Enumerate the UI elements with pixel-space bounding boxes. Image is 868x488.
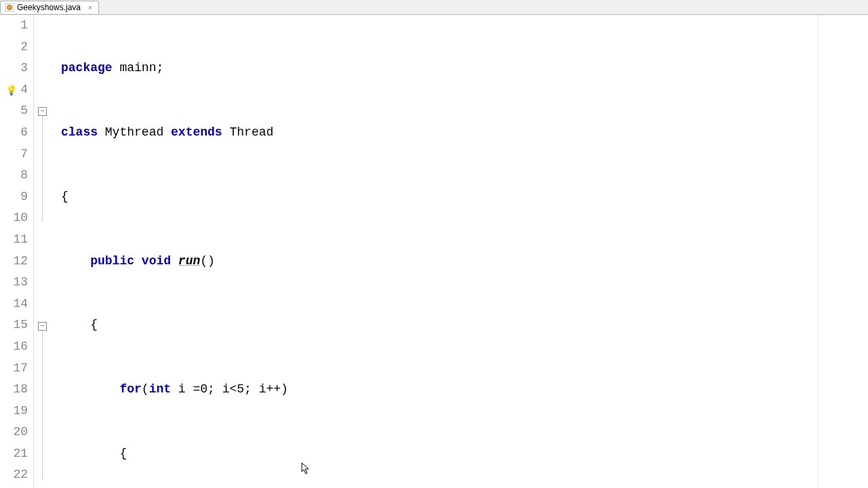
fold-toggle[interactable]: − [38, 322, 47, 331]
line-number: 5 [0, 100, 28, 122]
line-number: 14 [0, 293, 28, 315]
line-number: 8 [0, 165, 28, 186]
line-number: 10 [0, 207, 28, 229]
right-margin-line [818, 15, 818, 488]
java-file-icon [5, 3, 14, 12]
fold-line [42, 116, 43, 222]
line-number: 18 [0, 379, 28, 401]
line-number: 3 [0, 58, 28, 79]
file-tab[interactable]: Geekyshows.java × [0, 1, 99, 14]
line-number: 20 [0, 422, 28, 443]
line-number: 13 [0, 272, 28, 293]
fold-gutter: 💡 − − [34, 15, 53, 488]
svg-point-2 [8, 6, 11, 9]
line-number: 21 [0, 443, 28, 465]
tab-close-icon[interactable]: × [86, 3, 94, 12]
line-number: 7 [0, 144, 28, 165]
line-number: 11 [0, 229, 28, 251]
line-number: 2 [0, 37, 28, 58]
line-number: 9 [0, 186, 28, 208]
line-number: 19 [0, 401, 28, 422]
line-number: 15 [0, 314, 28, 336]
tab-filename: Geekyshows.java [17, 3, 81, 12]
line-number: 6 [0, 122, 28, 144]
fold-toggle[interactable]: − [38, 107, 47, 116]
code-area[interactable]: package mainn; class Mythread extends Th… [53, 15, 868, 488]
line-number: 17 [0, 358, 28, 380]
code-editor[interactable]: 1 2 3 4 5 6 7 8 9 10 11 12 13 14 15 16 1… [0, 15, 868, 488]
line-number: 12 [0, 251, 28, 272]
lightbulb-icon[interactable]: 💡 [5, 85, 18, 97]
line-number: 16 [0, 336, 28, 358]
fold-line [42, 331, 43, 480]
tab-bar: Geekyshows.java × [0, 0, 868, 15]
line-number: 1 [0, 15, 28, 37]
line-number: 22 [0, 464, 28, 486]
